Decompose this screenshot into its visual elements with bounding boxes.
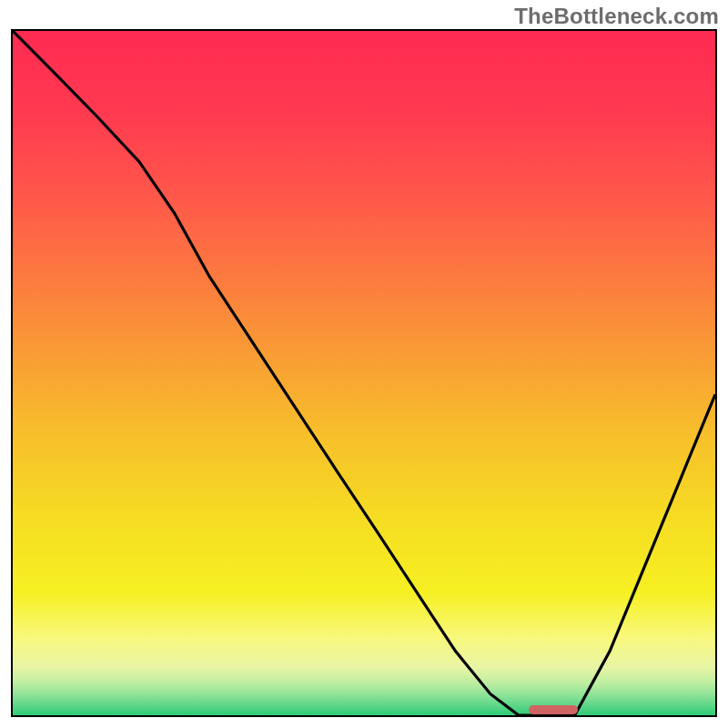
optimal-marker bbox=[529, 705, 578, 714]
plot-area bbox=[11, 29, 717, 717]
watermark-text: TheBottleneck.com bbox=[514, 4, 719, 29]
chart-frame: TheBottleneck.com bbox=[0, 0, 728, 728]
plot-svg bbox=[13, 31, 715, 715]
gradient-background bbox=[13, 31, 715, 715]
